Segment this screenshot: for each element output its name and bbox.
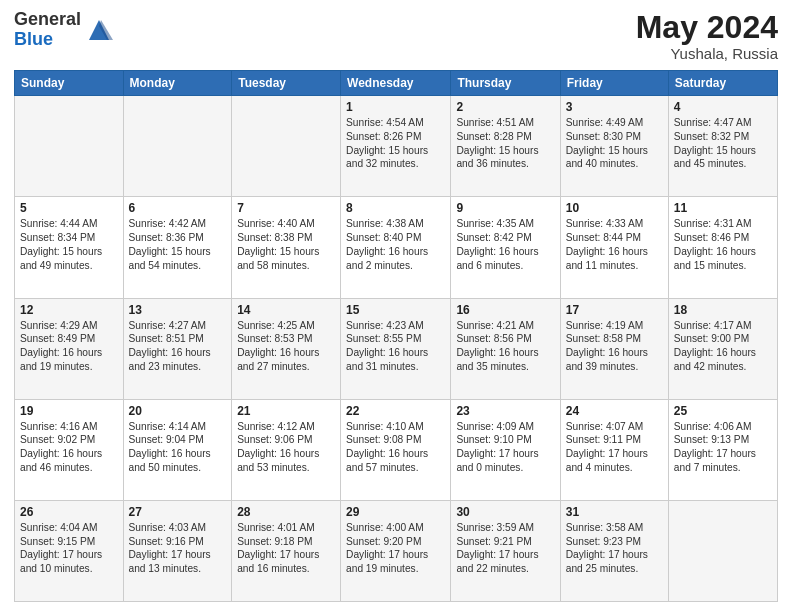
day-info: Sunrise: 4:38 AM Sunset: 8:40 PM Dayligh…	[346, 218, 428, 270]
day-number: 27	[129, 505, 227, 519]
day-cell: 22Sunrise: 4:10 AM Sunset: 9:08 PM Dayli…	[341, 399, 451, 500]
day-info: Sunrise: 4:14 AM Sunset: 9:04 PM Dayligh…	[129, 421, 211, 473]
weekday-header-saturday: Saturday	[668, 71, 777, 96]
day-cell: 21Sunrise: 4:12 AM Sunset: 9:06 PM Dayli…	[232, 399, 341, 500]
day-number: 8	[346, 201, 445, 215]
weekday-header-wednesday: Wednesday	[341, 71, 451, 96]
day-info: Sunrise: 4:47 AM Sunset: 8:32 PM Dayligh…	[674, 117, 756, 169]
day-number: 4	[674, 100, 772, 114]
day-cell: 15Sunrise: 4:23 AM Sunset: 8:55 PM Dayli…	[341, 298, 451, 399]
day-number: 19	[20, 404, 118, 418]
day-cell: 9Sunrise: 4:35 AM Sunset: 8:42 PM Daylig…	[451, 197, 560, 298]
day-info: Sunrise: 4:40 AM Sunset: 8:38 PM Dayligh…	[237, 218, 319, 270]
weekday-header-row: SundayMondayTuesdayWednesdayThursdayFrid…	[15, 71, 778, 96]
day-number: 31	[566, 505, 663, 519]
day-number: 22	[346, 404, 445, 418]
day-info: Sunrise: 4:54 AM Sunset: 8:26 PM Dayligh…	[346, 117, 428, 169]
location: Yushala, Russia	[636, 45, 778, 62]
day-number: 5	[20, 201, 118, 215]
day-cell: 25Sunrise: 4:06 AM Sunset: 9:13 PM Dayli…	[668, 399, 777, 500]
day-number: 3	[566, 100, 663, 114]
day-cell: 26Sunrise: 4:04 AM Sunset: 9:15 PM Dayli…	[15, 500, 124, 601]
week-row-5: 26Sunrise: 4:04 AM Sunset: 9:15 PM Dayli…	[15, 500, 778, 601]
page: General Blue May 2024 Yushala, Russia Su…	[0, 0, 792, 612]
day-cell: 17Sunrise: 4:19 AM Sunset: 8:58 PM Dayli…	[560, 298, 668, 399]
title-block: May 2024 Yushala, Russia	[636, 10, 778, 62]
day-info: Sunrise: 4:04 AM Sunset: 9:15 PM Dayligh…	[20, 522, 102, 574]
day-cell: 27Sunrise: 4:03 AM Sunset: 9:16 PM Dayli…	[123, 500, 232, 601]
day-info: Sunrise: 4:12 AM Sunset: 9:06 PM Dayligh…	[237, 421, 319, 473]
day-number: 15	[346, 303, 445, 317]
day-number: 11	[674, 201, 772, 215]
day-number: 24	[566, 404, 663, 418]
day-number: 20	[129, 404, 227, 418]
day-info: Sunrise: 4:49 AM Sunset: 8:30 PM Dayligh…	[566, 117, 648, 169]
day-number: 17	[566, 303, 663, 317]
month-year: May 2024	[636, 10, 778, 45]
day-cell: 12Sunrise: 4:29 AM Sunset: 8:49 PM Dayli…	[15, 298, 124, 399]
day-info: Sunrise: 4:31 AM Sunset: 8:46 PM Dayligh…	[674, 218, 756, 270]
week-row-4: 19Sunrise: 4:16 AM Sunset: 9:02 PM Dayli…	[15, 399, 778, 500]
logo: General Blue	[14, 10, 113, 50]
day-info: Sunrise: 3:59 AM Sunset: 9:21 PM Dayligh…	[456, 522, 538, 574]
day-number: 10	[566, 201, 663, 215]
day-info: Sunrise: 4:10 AM Sunset: 9:08 PM Dayligh…	[346, 421, 428, 473]
day-number: 7	[237, 201, 335, 215]
day-number: 21	[237, 404, 335, 418]
day-cell: 18Sunrise: 4:17 AM Sunset: 9:00 PM Dayli…	[668, 298, 777, 399]
day-number: 9	[456, 201, 554, 215]
day-cell	[232, 96, 341, 197]
day-info: Sunrise: 4:07 AM Sunset: 9:11 PM Dayligh…	[566, 421, 648, 473]
day-info: Sunrise: 4:27 AM Sunset: 8:51 PM Dayligh…	[129, 320, 211, 372]
weekday-header-friday: Friday	[560, 71, 668, 96]
logo-icon	[85, 16, 113, 44]
day-number: 30	[456, 505, 554, 519]
day-number: 18	[674, 303, 772, 317]
day-cell: 14Sunrise: 4:25 AM Sunset: 8:53 PM Dayli…	[232, 298, 341, 399]
day-number: 25	[674, 404, 772, 418]
day-number: 13	[129, 303, 227, 317]
day-number: 12	[20, 303, 118, 317]
day-cell: 13Sunrise: 4:27 AM Sunset: 8:51 PM Dayli…	[123, 298, 232, 399]
day-cell: 28Sunrise: 4:01 AM Sunset: 9:18 PM Dayli…	[232, 500, 341, 601]
day-cell	[123, 96, 232, 197]
day-info: Sunrise: 4:35 AM Sunset: 8:42 PM Dayligh…	[456, 218, 538, 270]
day-number: 14	[237, 303, 335, 317]
day-number: 29	[346, 505, 445, 519]
day-cell: 5Sunrise: 4:44 AM Sunset: 8:34 PM Daylig…	[15, 197, 124, 298]
day-cell: 19Sunrise: 4:16 AM Sunset: 9:02 PM Dayli…	[15, 399, 124, 500]
logo-blue: Blue	[14, 30, 81, 50]
day-number: 1	[346, 100, 445, 114]
day-cell: 30Sunrise: 3:59 AM Sunset: 9:21 PM Dayli…	[451, 500, 560, 601]
day-number: 16	[456, 303, 554, 317]
logo-general: General	[14, 10, 81, 30]
day-info: Sunrise: 4:25 AM Sunset: 8:53 PM Dayligh…	[237, 320, 319, 372]
week-row-2: 5Sunrise: 4:44 AM Sunset: 8:34 PM Daylig…	[15, 197, 778, 298]
day-cell: 23Sunrise: 4:09 AM Sunset: 9:10 PM Dayli…	[451, 399, 560, 500]
day-info: Sunrise: 4:17 AM Sunset: 9:00 PM Dayligh…	[674, 320, 756, 372]
day-cell: 6Sunrise: 4:42 AM Sunset: 8:36 PM Daylig…	[123, 197, 232, 298]
day-info: Sunrise: 4:21 AM Sunset: 8:56 PM Dayligh…	[456, 320, 538, 372]
day-cell: 11Sunrise: 4:31 AM Sunset: 8:46 PM Dayli…	[668, 197, 777, 298]
day-cell: 29Sunrise: 4:00 AM Sunset: 9:20 PM Dayli…	[341, 500, 451, 601]
day-info: Sunrise: 4:09 AM Sunset: 9:10 PM Dayligh…	[456, 421, 538, 473]
day-cell: 10Sunrise: 4:33 AM Sunset: 8:44 PM Dayli…	[560, 197, 668, 298]
day-number: 2	[456, 100, 554, 114]
day-number: 26	[20, 505, 118, 519]
day-cell: 8Sunrise: 4:38 AM Sunset: 8:40 PM Daylig…	[341, 197, 451, 298]
day-info: Sunrise: 4:44 AM Sunset: 8:34 PM Dayligh…	[20, 218, 102, 270]
weekday-header-sunday: Sunday	[15, 71, 124, 96]
day-info: Sunrise: 4:51 AM Sunset: 8:28 PM Dayligh…	[456, 117, 538, 169]
day-cell: 7Sunrise: 4:40 AM Sunset: 8:38 PM Daylig…	[232, 197, 341, 298]
day-number: 23	[456, 404, 554, 418]
day-cell: 20Sunrise: 4:14 AM Sunset: 9:04 PM Dayli…	[123, 399, 232, 500]
weekday-header-thursday: Thursday	[451, 71, 560, 96]
day-cell: 1Sunrise: 4:54 AM Sunset: 8:26 PM Daylig…	[341, 96, 451, 197]
day-number: 6	[129, 201, 227, 215]
day-number: 28	[237, 505, 335, 519]
day-info: Sunrise: 4:42 AM Sunset: 8:36 PM Dayligh…	[129, 218, 211, 270]
day-info: Sunrise: 4:16 AM Sunset: 9:02 PM Dayligh…	[20, 421, 102, 473]
day-cell: 4Sunrise: 4:47 AM Sunset: 8:32 PM Daylig…	[668, 96, 777, 197]
day-info: Sunrise: 4:06 AM Sunset: 9:13 PM Dayligh…	[674, 421, 756, 473]
week-row-1: 1Sunrise: 4:54 AM Sunset: 8:26 PM Daylig…	[15, 96, 778, 197]
